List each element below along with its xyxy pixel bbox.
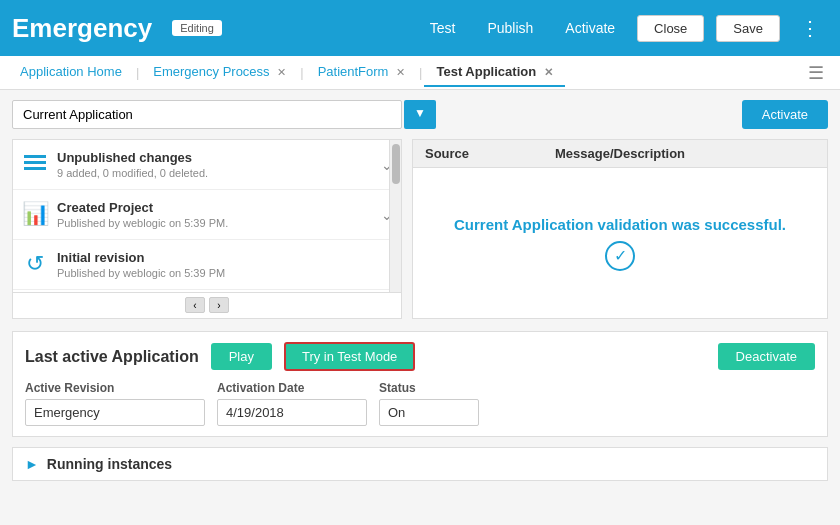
validation-check-icon: ✓ (605, 241, 635, 271)
deactivate-button[interactable]: Deactivate (718, 343, 815, 370)
tab-separator-3: | (419, 65, 422, 80)
revisions-panel: Unpublished changes 9 added, 0 modified,… (12, 139, 402, 319)
tab-close-emergency-process[interactable]: ✕ (277, 66, 286, 78)
editing-badge: Editing (172, 20, 222, 36)
validation-col-source: Source (425, 146, 555, 161)
top-row: Current Application ▼ Activate (12, 100, 828, 129)
revision-item-created[interactable]: 📊 Created Project Published by weblogic … (13, 190, 401, 240)
tab-separator-2: | (300, 65, 303, 80)
revision-item-unpublished[interactable]: Unpublished changes 9 added, 0 modified,… (13, 140, 401, 190)
revision-title-1: Created Project (57, 200, 381, 215)
activation-date-input[interactable] (217, 399, 367, 426)
nav-left-button[interactable]: ‹ (185, 297, 205, 313)
main-content: Current Application ▼ Activate Unpublish… (0, 90, 840, 525)
revisions-scrollbar[interactable] (389, 140, 401, 292)
last-active-title: Last active Application (25, 348, 199, 366)
revision-item-initial[interactable]: ↺ Initial revision Published by weblogic… (13, 240, 401, 290)
tabs-bar: Application Home | Emergency Process ✕ |… (0, 56, 840, 90)
validation-body: Current Application validation was succe… (413, 168, 827, 318)
running-instances-title: Running instances (47, 456, 172, 472)
validation-header: Source Message/Description (413, 140, 827, 168)
status-input[interactable] (379, 399, 479, 426)
activate-button[interactable]: Activate (742, 100, 828, 129)
nav-arrows: ‹ › (13, 292, 401, 317)
revision-icon-lines (21, 150, 49, 178)
validation-panel: Source Message/Description Current Appli… (412, 139, 828, 319)
validation-success-text: Current Application validation was succe… (454, 216, 786, 233)
tab-test-application[interactable]: Test Application ✕ (424, 58, 564, 87)
middle-section: Unpublished changes 9 added, 0 modified,… (12, 139, 828, 319)
tab-separator-1: | (136, 65, 139, 80)
tabs-menu-icon[interactable]: ☰ (800, 62, 832, 84)
current-application-dropdown[interactable]: Current Application (12, 100, 402, 129)
publish-button[interactable]: Publish (477, 16, 543, 40)
activate-header-button[interactable]: Activate (555, 16, 625, 40)
active-revision-label: Active Revision (25, 381, 205, 395)
revision-icon-chart: 📊 (21, 200, 49, 228)
dropdown-arrow-icon[interactable]: ▼ (404, 100, 436, 129)
try-test-mode-button[interactable]: Try in Test Mode (284, 342, 415, 371)
save-button[interactable]: Save (716, 15, 780, 42)
revision-title-0: Unpublished changes (57, 150, 381, 165)
tab-emergency-process[interactable]: Emergency Process ✕ (141, 58, 298, 87)
revision-icon-sync: ↺ (21, 250, 49, 278)
activation-date-label: Activation Date (217, 381, 367, 395)
close-button[interactable]: Close (637, 15, 704, 42)
revision-sub-0: 9 added, 0 modified, 0 deleted. (57, 167, 381, 179)
status-group: Status (379, 381, 479, 426)
validation-col-message: Message/Description (555, 146, 815, 161)
revisions-content: Unpublished changes 9 added, 0 modified,… (13, 140, 401, 292)
fields-row: Active Revision Activation Date Status (25, 381, 815, 426)
last-active-section: Last active Application Play Try in Test… (12, 331, 828, 437)
last-active-header: Last active Application Play Try in Test… (25, 342, 815, 371)
active-revision-group: Active Revision (25, 381, 205, 426)
status-label: Status (379, 381, 479, 395)
app-title: Emergency (12, 13, 152, 44)
revision-sub-2: Published by weblogic on 5:39 PM (57, 267, 393, 279)
app-header: Emergency Editing Test Publish Activate … (0, 0, 840, 56)
running-instances-section[interactable]: ► Running instances (12, 447, 828, 481)
running-chevron-icon: ► (25, 456, 39, 472)
tab-patientform[interactable]: PatientForm ✕ (306, 58, 417, 87)
scroll-thumb (392, 144, 400, 184)
tab-close-test-application[interactable]: ✕ (544, 66, 553, 78)
tab-close-patientform[interactable]: ✕ (396, 66, 405, 78)
more-menu-icon[interactable]: ⋮ (792, 12, 828, 44)
play-button[interactable]: Play (211, 343, 272, 370)
nav-right-button[interactable]: › (209, 297, 229, 313)
active-revision-input[interactable] (25, 399, 205, 426)
revision-title-2: Initial revision (57, 250, 393, 265)
activation-date-group: Activation Date (217, 381, 367, 426)
tab-application-home[interactable]: Application Home (8, 58, 134, 87)
test-button[interactable]: Test (420, 16, 466, 40)
revision-sub-1: Published by weblogic on 5:39 PM. (57, 217, 381, 229)
